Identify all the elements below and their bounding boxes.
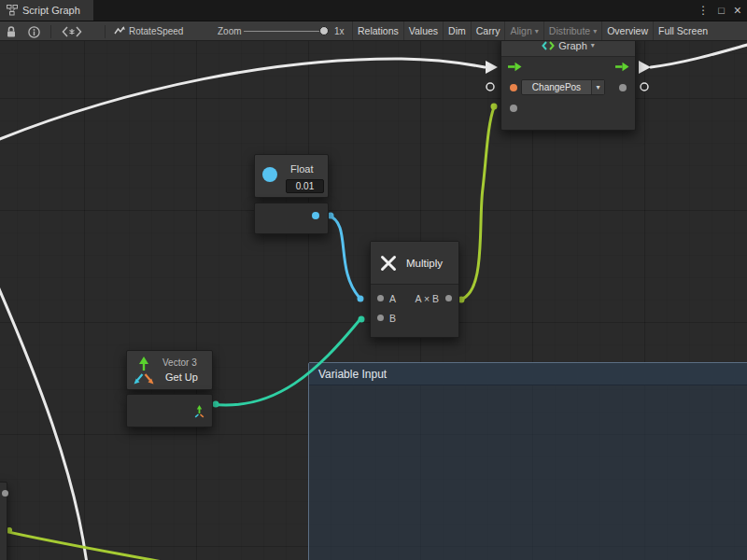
chevron-down-icon: ▾ xyxy=(591,80,604,94)
flow-out-arrow-icon[interactable] xyxy=(614,62,629,72)
align-button[interactable]: Align ▾ xyxy=(504,21,543,40)
variable-dropdown[interactable]: ChangePos ▾ xyxy=(521,79,605,95)
float-node[interactable]: Float 0.01 xyxy=(254,154,329,198)
multiply-node-body: A A × B B xyxy=(371,285,458,337)
window-controls: ⋮ □ × xyxy=(698,0,741,21)
float-type-icon xyxy=(262,167,277,182)
port-row-a: A A × B xyxy=(371,289,458,309)
node-title: Graph xyxy=(558,41,587,51)
subgraph-icon xyxy=(542,41,555,51)
chevron-down-icon: ▾ xyxy=(535,27,539,35)
multiply-icon xyxy=(379,254,398,273)
vector-output-port-icon[interactable] xyxy=(192,404,206,418)
connection-circle-right-icon[interactable] xyxy=(641,83,648,91)
graph-node[interactable]: Graph ▾ ChangePos ▾ xyxy=(500,41,636,131)
chevron-down-icon: ▾ xyxy=(593,27,597,35)
toolbar-buttons: Relations Values Dim Carry Align ▾ Distr… xyxy=(352,21,747,40)
float-output-port[interactable] xyxy=(312,212,319,219)
port-dot-orange[interactable] xyxy=(510,84,517,91)
toolbar-separator xyxy=(105,25,106,38)
wire-end-dot-teal[interactable] xyxy=(359,316,365,323)
node-title: Multiply xyxy=(406,258,443,269)
node-type-label: Vector 3 xyxy=(162,357,197,368)
connection-arrow-right-icon[interactable] xyxy=(639,61,651,74)
values-button[interactable]: Values xyxy=(403,21,443,40)
connection-arrow-left-icon[interactable] xyxy=(486,61,498,74)
port-row-b: B xyxy=(371,309,458,329)
lock-icon[interactable] xyxy=(6,25,17,38)
partial-node[interactable] xyxy=(0,482,7,560)
graph-toolbar: RotateSpeed Zoom 1x Relations Values Dim… xyxy=(0,21,747,41)
graph-canvas[interactable]: Variable Input xyxy=(0,41,747,560)
script-graph-icon xyxy=(7,5,18,16)
graph-asset-icon xyxy=(114,25,125,36)
graph-reference[interactable]: RotateSpeed xyxy=(114,21,183,40)
output-port[interactable] xyxy=(445,295,452,301)
port-dot-gray[interactable] xyxy=(619,84,627,91)
port-label-b: B xyxy=(389,313,396,324)
port-dot-gray[interactable] xyxy=(510,105,517,112)
zoom-slider-knob[interactable] xyxy=(319,26,329,35)
close-icon[interactable]: × xyxy=(734,4,741,17)
wire-white-in[interactable] xyxy=(0,59,485,142)
wire-lime-bottom[interactable] xyxy=(0,529,196,560)
port-label-output: A × B xyxy=(416,293,439,304)
dim-button[interactable]: Dim xyxy=(443,21,471,40)
flow-port-row xyxy=(501,57,635,77)
multiply-node-header[interactable]: Multiply xyxy=(371,242,458,285)
overview-button[interactable]: Overview xyxy=(601,21,653,40)
distribute-button[interactable]: Distribute ▾ xyxy=(543,21,601,40)
toolbar-separator xyxy=(50,25,51,38)
graph-node-header[interactable]: Graph ▾ xyxy=(501,41,635,57)
wire-end-dot-blue[interactable] xyxy=(358,296,364,302)
flow-in-arrow-icon[interactable] xyxy=(507,62,522,72)
carry-button[interactable]: Carry xyxy=(471,21,505,40)
port-dot-gray[interactable] xyxy=(2,490,8,497)
input-port-a[interactable] xyxy=(377,295,384,301)
float-node-ports[interactable] xyxy=(254,203,329,234)
zoom-label: Zoom xyxy=(218,26,242,36)
fullscreen-button[interactable]: Full Screen xyxy=(653,21,712,40)
script-graph-window: Script Graph ⋮ □ × xyxy=(0,0,747,560)
wire-end-dot-lime[interactable] xyxy=(491,104,498,110)
vector-node[interactable]: Vector 3 Get Up xyxy=(126,350,213,390)
port-label-a: A xyxy=(389,293,396,304)
chevron-down-icon: ▾ xyxy=(591,41,595,49)
zoom-value: 1x xyxy=(334,26,345,36)
wire-white-out[interactable] xyxy=(651,44,747,67)
float-value-input[interactable]: 0.01 xyxy=(286,179,324,193)
node-title: Get Up xyxy=(165,371,198,383)
tab-bar: Script Graph ⋮ □ × xyxy=(0,0,747,21)
wire-lime-multiply-to-graph[interactable] xyxy=(459,107,494,300)
wire-white-diagonal[interactable] xyxy=(0,278,87,560)
zoom-slider[interactable] xyxy=(244,31,324,32)
tab-script-graph[interactable]: Script Graph xyxy=(0,0,93,21)
code-graph-icon[interactable] xyxy=(62,26,82,37)
tab-title: Script Graph xyxy=(22,5,80,16)
vector-node-ports[interactable] xyxy=(126,394,213,427)
wire-blue-float-to-a[interactable] xyxy=(329,216,359,298)
wire-end-dot-teal[interactable] xyxy=(213,401,219,408)
connection-circle-left-icon[interactable] xyxy=(486,83,494,91)
input-port-b[interactable] xyxy=(377,315,384,321)
wire-teal-getup-to-b[interactable] xyxy=(210,320,359,405)
maximize-icon[interactable]: □ xyxy=(718,6,725,16)
vector3-icon xyxy=(133,356,155,387)
value-port-row xyxy=(501,98,635,119)
menu-icon[interactable]: ⋮ xyxy=(698,5,709,16)
relations-button[interactable]: Relations xyxy=(352,21,403,40)
node-title: Float xyxy=(290,163,313,175)
multiply-node[interactable]: Multiply A A × B B xyxy=(370,241,459,338)
variable-dropdown-value: ChangePos xyxy=(522,80,591,94)
graph-name-label: RotateSpeed xyxy=(129,26,183,36)
info-icon[interactable] xyxy=(28,26,40,38)
variable-port-row: ChangePos ▾ xyxy=(501,77,635,98)
